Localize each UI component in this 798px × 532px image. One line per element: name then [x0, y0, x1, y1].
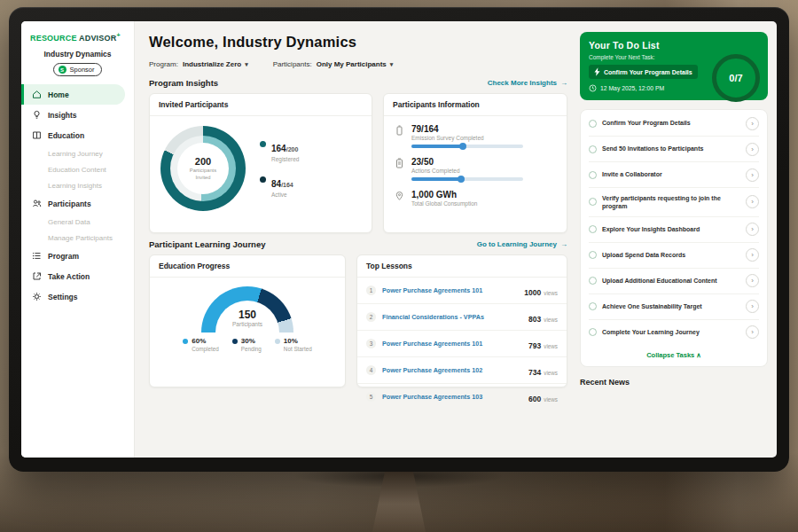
task-label: Upload Spend Data Records: [602, 251, 740, 259]
sidebar-item-label: General Data: [48, 218, 90, 226]
sidebar-item-education[interactable]: Education: [21, 125, 134, 145]
todo-progress-value: 0/7: [729, 73, 742, 83]
sidebar-item-label: Home: [48, 90, 69, 99]
task-checkbox[interactable]: [589, 198, 597, 206]
stat-label: Total Global Consumption: [411, 200, 477, 207]
task-row[interactable]: Invite a Collaborator ›: [589, 162, 759, 188]
sponsor-icon: S: [59, 66, 66, 74]
page-title: Welcome, Industry Dynamics: [149, 34, 567, 51]
stat-actions-completed: 23/50 Actions Completed: [395, 157, 556, 181]
task-chevron-button[interactable]: ›: [746, 195, 759, 208]
clock-icon: [589, 84, 597, 92]
sidebar-item-general-data[interactable]: General Data: [21, 214, 134, 230]
todo-task-list: Confirm Your Program Details › Send 50 I…: [580, 109, 768, 367]
lesson-views: 803: [528, 315, 541, 324]
collapse-tasks-link[interactable]: Collapse Tasks ∧: [589, 345, 759, 365]
task-chevron-button[interactable]: ›: [746, 325, 759, 339]
legend-label: Pending: [241, 346, 262, 352]
task-chevron-button[interactable]: ›: [746, 223, 759, 236]
program-icon: [32, 251, 42, 261]
lesson-link[interactable]: Financial Considerations - VPPAs: [382, 313, 522, 321]
legend-dot: [260, 176, 266, 183]
sidebar-item-take-action[interactable]: Take Action: [21, 266, 134, 286]
task-row[interactable]: Upload Spend Data Records ›: [589, 243, 759, 269]
card-title: Education Progress: [150, 255, 345, 278]
check-more-insights-link[interactable]: Check More Insights →: [488, 79, 567, 87]
next-task-label: Confirm Your Program Details: [604, 69, 692, 75]
task-row[interactable]: Upload Additional Educational Content ›: [589, 269, 759, 294]
chevron-right-icon: ›: [751, 120, 754, 128]
sidebar-item-label: Manage Participants: [48, 234, 113, 242]
lesson-link[interactable]: Power Purchase Agreements 101: [382, 286, 518, 294]
task-checkbox[interactable]: [589, 120, 597, 128]
go-to-learning-journey-link[interactable]: Go to Learning Journey →: [477, 240, 567, 248]
sidebar-item-manage-participants[interactable]: Manage Participants: [21, 230, 134, 246]
task-checkbox[interactable]: [589, 328, 597, 336]
task-row[interactable]: Complete Your Learning Journey ›: [589, 320, 759, 345]
sidebar-item-learning-journey[interactable]: Learning Journey: [21, 145, 134, 161]
legend-label: Not Started: [284, 346, 312, 352]
participants-icon: [32, 199, 42, 208]
todo-panel: Your To Do List Complete Your Next Task:…: [578, 21, 777, 458]
stat-value: 23/50: [411, 157, 523, 167]
gauge-center-label: Participants: [232, 321, 262, 327]
sidebar-item-label: Learning Insights: [48, 182, 102, 190]
education-legend: 60% Completed 30% Pending: [183, 337, 311, 352]
task-checkbox[interactable]: [589, 225, 597, 233]
legend-label: Completed: [192, 346, 218, 352]
sidebar-item-settings[interactable]: Settings: [21, 286, 134, 307]
task-chevron-button[interactable]: ›: [746, 117, 759, 130]
sidebar-item-insights[interactable]: Insights: [21, 105, 134, 125]
todo-title: Your To Do List: [589, 40, 759, 51]
sidebar-item-education-content[interactable]: Education Content: [21, 161, 134, 177]
task-label: Verify participants requesting to join t…: [602, 194, 740, 211]
card-title: Top Lessons: [357, 255, 567, 278]
sidebar-item-program[interactable]: Program: [21, 246, 134, 266]
task-chevron-button[interactable]: ›: [746, 300, 759, 313]
task-checkbox[interactable]: [589, 251, 597, 259]
stat-label: Emission Survey Completed: [411, 135, 523, 141]
task-row[interactable]: Explore Your Insights Dashboard ›: [589, 217, 759, 243]
lesson-link[interactable]: Power Purchase Agreements 101: [382, 340, 522, 348]
link-label: Go to Learning Journey: [477, 240, 557, 248]
consumption-icon: [395, 191, 404, 201]
participants-information-card: Participants Information 79/164 Emission…: [383, 93, 567, 233]
task-row[interactable]: Confirm Your Program Details ›: [589, 111, 759, 137]
sidebar-item-label: Education: [48, 131, 84, 140]
task-chevron-button[interactable]: ›: [746, 168, 759, 182]
participants-select[interactable]: Only My Participants ▾: [317, 60, 394, 68]
legend-dot: [260, 141, 266, 147]
legend-dot: [275, 339, 280, 344]
sidebar-item-label: Take Action: [48, 272, 90, 281]
lesson-link[interactable]: Power Purchase Agreements 102: [382, 366, 522, 374]
todo-summary-card: Your To Do List Complete Your Next Task:…: [580, 32, 768, 100]
sidebar-item-label: Education Content: [48, 166, 106, 174]
sidebar-item-home[interactable]: Home: [21, 84, 125, 105]
program-select[interactable]: Industrialize Zero ▾: [183, 60, 248, 68]
participants-select-value: Only My Participants: [317, 60, 387, 68]
legend-not-started: 10% Not Started: [275, 337, 312, 352]
task-checkbox[interactable]: [589, 171, 597, 179]
sidebar-item-learning-insights[interactable]: Learning Insights: [21, 177, 134, 193]
task-row[interactable]: Verify participants requesting to join t…: [589, 188, 759, 217]
lesson-link[interactable]: Power Purchase Agreements 103: [382, 393, 522, 401]
legend-registered: 164/200 Registered: [260, 139, 299, 162]
donut-center: 200 Participants Invited: [160, 126, 246, 211]
task-chevron-button[interactable]: ›: [746, 143, 759, 156]
chevron-down-icon: ▾: [390, 61, 394, 68]
stat-progress-fill: [411, 177, 463, 181]
arrow-right-icon: →: [560, 240, 567, 248]
next-task-chip[interactable]: Confirm Your Program Details: [589, 65, 698, 79]
task-row[interactable]: Send 50 Invitations to Participants ›: [589, 137, 759, 162]
task-checkbox[interactable]: [589, 277, 597, 285]
learning-journey-cards: Education Progress 150 Participants 60% …: [149, 254, 567, 387]
chevron-right-icon: ›: [751, 302, 754, 310]
task-row[interactable]: Achieve One Sustainability Target ›: [589, 294, 759, 320]
task-chevron-button[interactable]: ›: [746, 274, 759, 287]
task-checkbox[interactable]: [589, 302, 597, 310]
sidebar-item-label: Insights: [48, 111, 77, 120]
sidebar-item-participants[interactable]: Participants: [21, 193, 134, 214]
task-checkbox[interactable]: [589, 145, 597, 153]
lesson-rank: 5: [366, 392, 376, 402]
task-chevron-button[interactable]: ›: [746, 248, 759, 262]
